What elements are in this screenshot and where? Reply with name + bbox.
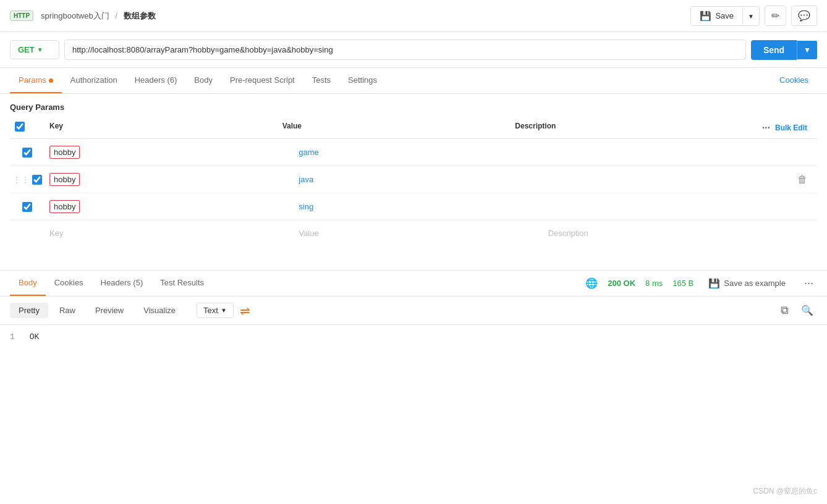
breadcrumb-current: 数组参数 bbox=[124, 11, 156, 20]
more-icon[interactable]: ··· bbox=[762, 122, 770, 133]
row1-key-cell: hobby bbox=[45, 143, 294, 161]
bulk-edit-label[interactable]: Bulk Edit bbox=[775, 124, 807, 132]
table-row: hobby sing bbox=[10, 193, 817, 220]
row3-checkbox[interactable] bbox=[22, 202, 32, 212]
description-header: Description bbox=[510, 119, 743, 136]
send-button-group: Send ▼ bbox=[751, 40, 817, 60]
placeholder-value[interactable]: Value bbox=[294, 226, 543, 240]
row3-desc-cell bbox=[543, 204, 792, 209]
resp-tab-headers[interactable]: Headers (5) bbox=[92, 271, 152, 296]
row3-value-cell: sing bbox=[294, 200, 543, 214]
method-label: GET bbox=[18, 45, 35, 54]
globe-icon: 🌐 bbox=[585, 277, 598, 289]
method-selector[interactable]: GET ▼ bbox=[10, 40, 59, 59]
params-table-header: Key Value Description ··· Bulk Edit bbox=[10, 117, 817, 139]
chevron-down-icon: ▼ bbox=[748, 13, 754, 20]
tab-headers[interactable]: Headers (6) bbox=[126, 68, 186, 93]
save-button[interactable]: 💾 Save bbox=[691, 7, 742, 25]
chevron-down-icon: ▼ bbox=[804, 46, 811, 54]
status-time: 8 ms bbox=[645, 279, 663, 288]
save-disk-icon: 💾 bbox=[700, 10, 711, 22]
wrap-button[interactable]: ⇌ bbox=[236, 302, 254, 319]
row1-checkbox[interactable] bbox=[22, 148, 32, 158]
row2-desc-cell bbox=[543, 177, 792, 182]
row1-checkbox-cell bbox=[10, 148, 45, 158]
row3-value[interactable]: sing bbox=[299, 202, 313, 211]
response-section: Body Cookies Headers (5) Test Results 🌐 … bbox=[0, 270, 827, 349]
breadcrumb: springbootweb入门 / 数组参数 bbox=[41, 10, 155, 22]
tab-pre-request-script[interactable]: Pre-request Script bbox=[221, 68, 303, 93]
drag-handle[interactable]: ⋮⋮ bbox=[10, 175, 30, 185]
tab-settings[interactable]: Settings bbox=[339, 68, 386, 93]
edit-button[interactable]: ✏ bbox=[765, 6, 786, 26]
send-button[interactable]: Send bbox=[751, 40, 797, 60]
query-params-title: Query Params bbox=[0, 94, 827, 117]
response-tabs-row: Body Cookies Headers (5) Test Results 🌐 … bbox=[0, 271, 827, 296]
request-tabs: Params Authorization Headers (6) Body Pr… bbox=[0, 68, 827, 94]
format-tab-preview[interactable]: Preview bbox=[87, 303, 132, 318]
wrap-icon: ⇌ bbox=[240, 304, 250, 317]
search-response-button[interactable]: 🔍 bbox=[797, 301, 817, 319]
row2-key-cell: hobby bbox=[45, 170, 294, 188]
tab-params[interactable]: Params bbox=[10, 68, 62, 93]
url-input[interactable] bbox=[64, 40, 746, 60]
row1-value[interactable]: game bbox=[299, 148, 319, 157]
row2-delete-button[interactable]: 🗑 bbox=[792, 172, 812, 188]
response-actions: ⧉ 🔍 bbox=[777, 301, 817, 319]
top-bar: HTTP springbootweb入门 / 数组参数 💾 Save ▼ ✏ 💬 bbox=[0, 0, 827, 32]
format-tab-pretty[interactable]: Pretty bbox=[10, 303, 48, 318]
response-line-1: OK bbox=[30, 332, 40, 342]
http-badge: HTTP bbox=[10, 10, 33, 21]
line-number-1: 1 bbox=[10, 332, 15, 342]
save-example-label: Save as example bbox=[724, 279, 786, 288]
save-button-group: 💾 Save ▼ bbox=[690, 6, 760, 26]
tab-body[interactable]: Body bbox=[185, 68, 221, 93]
row1-desc-cell bbox=[543, 150, 792, 155]
placeholder-description[interactable]: Description bbox=[543, 226, 792, 240]
tab-authorization[interactable]: Authorization bbox=[62, 68, 126, 93]
row3-checkbox-cell bbox=[10, 202, 45, 212]
value-header: Value bbox=[278, 119, 511, 136]
row1-key[interactable]: hobby bbox=[49, 146, 80, 159]
response-body: 1 OK bbox=[0, 325, 827, 349]
resp-tab-test-results[interactable]: Test Results bbox=[151, 271, 213, 296]
comment-button[interactable]: 💬 bbox=[791, 6, 817, 26]
row2-checkbox-cell bbox=[30, 175, 45, 185]
copy-icon: ⧉ bbox=[781, 304, 789, 316]
tab-tests[interactable]: Tests bbox=[303, 68, 339, 93]
send-dropdown-button[interactable]: ▼ bbox=[797, 41, 817, 59]
format-tab-visualize[interactable]: Visualize bbox=[135, 303, 184, 318]
row2-key[interactable]: hobby bbox=[49, 173, 80, 186]
format-type-selector[interactable]: Text ▼ bbox=[197, 303, 234, 318]
format-tab-raw[interactable]: Raw bbox=[51, 303, 84, 318]
breadcrumb-parent[interactable]: springbootweb入门 bbox=[41, 11, 109, 20]
table-row: ⋮⋮ hobby java 🗑 bbox=[10, 166, 817, 193]
resp-tab-cookies[interactable]: Cookies bbox=[46, 271, 92, 296]
response-more-button[interactable]: ··· bbox=[800, 277, 817, 290]
response-status-bar: 🌐 200 OK 8 ms 165 B 💾 Save as example ··… bbox=[585, 275, 817, 292]
key-header: Key bbox=[45, 119, 278, 136]
save-example-button[interactable]: 💾 Save as example bbox=[703, 275, 791, 292]
row2-checkbox[interactable] bbox=[32, 175, 42, 185]
search-icon: 🔍 bbox=[801, 305, 813, 316]
row1-value-cell: game bbox=[294, 145, 543, 159]
copy-response-button[interactable]: ⧉ bbox=[777, 301, 792, 319]
format-type-label: Text bbox=[203, 306, 218, 315]
row2-value[interactable]: java bbox=[299, 175, 313, 184]
format-tabs-row: Pretty Raw Preview Visualize Text ▼ ⇌ ⧉ … bbox=[0, 296, 827, 325]
status-size: 165 B bbox=[672, 279, 693, 288]
url-bar: GET ▼ Send ▼ bbox=[0, 32, 827, 68]
row3-key-cell: hobby bbox=[45, 198, 294, 216]
tab-cookies[interactable]: Cookies bbox=[771, 68, 817, 93]
save-dropdown-button[interactable]: ▼ bbox=[742, 7, 759, 24]
select-all-checkbox[interactable] bbox=[15, 122, 25, 132]
top-bar-actions: 💾 Save ▼ ✏ 💬 bbox=[690, 6, 817, 26]
params-header-container: Key Value Description ··· Bulk Edit hobb… bbox=[0, 117, 827, 245]
chevron-down-icon: ▼ bbox=[221, 307, 227, 314]
checkbox-header-cell bbox=[10, 119, 45, 136]
row3-key[interactable]: hobby bbox=[49, 200, 80, 213]
placeholder-key[interactable]: Key bbox=[45, 226, 294, 240]
resp-tab-body[interactable]: Body bbox=[10, 271, 46, 296]
breadcrumb-separator: / bbox=[115, 11, 117, 20]
row2-actions: 🗑 bbox=[792, 172, 817, 188]
